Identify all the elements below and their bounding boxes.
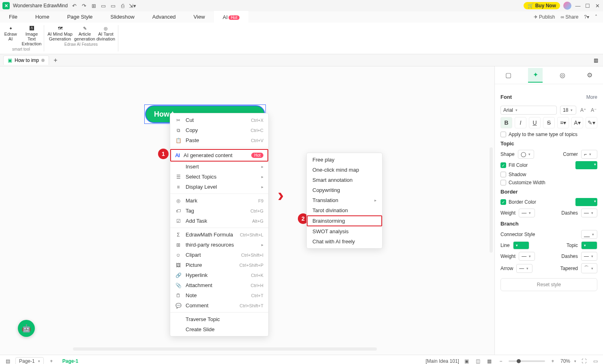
user-avatar-icon[interactable] — [563, 2, 571, 10]
smi-swot[interactable]: SWOT analysis — [307, 226, 382, 236]
tool-article-generation[interactable]: ✎Article generation — [74, 24, 95, 41]
ctx-hyperlink[interactable]: 🔗HyperlinkCtrl+K — [170, 270, 268, 280]
zoom-dropdown-icon[interactable]: ▾ — [574, 359, 576, 363]
tool-edraw-ai[interactable]: ✦Edraw AI — [0, 24, 21, 46]
ctx-mark[interactable]: ◎MarkF9 — [170, 196, 268, 206]
buy-now-button[interactable]: 🛒 Buy Now — [524, 2, 560, 9]
ctx-picture[interactable]: 🖼PictureCtrl+Shift+P — [170, 260, 268, 270]
ctx-tag[interactable]: 🏷TagCtrl+G — [170, 206, 268, 216]
tapered-select[interactable]: ⌒▾ — [581, 263, 597, 273]
smi-one-click-mindmap[interactable]: One-click mind map — [307, 165, 382, 175]
tab-slideshow[interactable]: Slideshow — [102, 11, 143, 23]
tab-advanced[interactable]: Advanced — [143, 11, 185, 23]
new-icon[interactable]: ⊞ — [90, 2, 97, 9]
arrow-select[interactable]: —▾ — [516, 264, 532, 273]
underline-button[interactable]: U — [529, 117, 541, 128]
panel-tab-layout-icon[interactable]: ◎ — [555, 68, 570, 83]
tab-file[interactable]: File — [0, 11, 26, 23]
ctx-traverse-topic[interactable]: Traverse Topic — [170, 314, 268, 324]
share-button[interactable]: ∞ Share — [560, 14, 578, 20]
apply-same-checkbox[interactable] — [500, 132, 506, 137]
ctx-note[interactable]: 🗒NoteCtrl+T — [170, 290, 268, 300]
ctx-insert[interactable]: Insert▸ — [170, 162, 268, 172]
open-icon[interactable]: ▭ — [100, 2, 107, 9]
ctx-comment[interactable]: 💬CommentCtrl+Shift+T — [170, 300, 268, 311]
branch-weight-select[interactable]: —▾ — [519, 252, 535, 261]
sb-icon-3[interactable]: ▦ — [486, 358, 493, 364]
tab-ai[interactable]: AIHot — [214, 11, 249, 23]
font-more-link[interactable]: More — [586, 94, 597, 100]
ctx-third-party[interactable]: ⊞third-party resources▸ — [170, 240, 268, 250]
corner-select[interactable]: ⌐▾ — [581, 150, 597, 159]
ctx-cut[interactable]: ✂CutCtrl+X — [170, 115, 268, 125]
fullscreen-icon[interactable]: ▭ — [592, 358, 599, 364]
ctx-display-level[interactable]: ≡Display Level▸ — [170, 182, 268, 192]
zoom-in-button[interactable]: + — [549, 358, 556, 364]
document-tab-1[interactable]: ▣ How to imp — [3, 55, 49, 65]
print-icon[interactable]: ⎙ — [120, 2, 126, 9]
sb-icon-1[interactable]: ▣ — [463, 358, 470, 364]
shape-select[interactable]: ◯▾ — [518, 150, 534, 159]
shadow-checkbox[interactable] — [500, 172, 506, 177]
bold-button[interactable]: B — [500, 117, 512, 128]
highlight-button[interactable]: ✎▾ — [586, 117, 597, 128]
ctx-create-slide[interactable]: Create Slide — [170, 324, 268, 334]
page-select[interactable]: Page-1▾ — [15, 357, 44, 364]
ctx-paste[interactable]: 📋PasteCtrl+V — [170, 135, 268, 145]
branch-topic-color-swatch[interactable]: ▾ — [581, 241, 597, 249]
panel-tab-style-icon[interactable]: ✦ — [528, 68, 543, 83]
ctx-clipart[interactable]: ☺ClipartCtrl+Shift+I — [170, 250, 268, 260]
add-tab-button[interactable]: + — [51, 56, 60, 64]
ctx-copy[interactable]: ⧉CopyCtrl+C — [170, 125, 268, 135]
tab-view[interactable]: View — [185, 11, 214, 23]
border-color-checkbox[interactable]: ✓ — [500, 199, 506, 205]
tool-ai-mindmap[interactable]: 🗺AI Mind Map Generation — [46, 24, 74, 41]
font-color-button[interactable]: A▾ — [571, 117, 583, 128]
redo-icon[interactable]: ↷ — [81, 2, 87, 9]
publish-button[interactable]: ✈ Publish — [534, 14, 555, 20]
italic-button[interactable]: I — [515, 117, 526, 128]
font-size-select[interactable]: 18▾ — [560, 106, 576, 115]
ctx-edrawmath[interactable]: ΣEdrawMath FormulaCtrl+Shift+L — [170, 230, 268, 240]
align-button[interactable]: ≡▾ — [557, 117, 569, 128]
zoom-slider[interactable] — [509, 360, 545, 362]
smi-smart-annotation[interactable]: Smart annotation — [307, 175, 382, 185]
fill-color-swatch[interactable]: ▾ — [575, 161, 597, 169]
customize-width-checkbox[interactable] — [500, 180, 506, 185]
smi-free-play[interactable]: Free play — [307, 155, 382, 165]
save-icon[interactable]: ▭ — [110, 2, 116, 9]
tab-page-style[interactable]: Page Style — [58, 11, 102, 23]
smi-brainstorming[interactable]: Brainstorming — [307, 215, 382, 226]
window-maximize-icon[interactable]: ☐ — [584, 2, 591, 9]
smi-translation[interactable]: Translation▸ — [307, 195, 382, 205]
outline-view-icon[interactable]: ▤ — [4, 358, 11, 364]
strikethrough-button[interactable]: S — [543, 117, 555, 128]
panel-tab-topic-icon[interactable]: ▢ — [501, 68, 515, 83]
undo-icon[interactable]: ↶ — [71, 2, 77, 9]
export-icon[interactable]: ⇲▾ — [129, 2, 136, 9]
window-close-icon[interactable]: ✕ — [594, 2, 601, 9]
fill-color-checkbox[interactable]: ✓ — [500, 162, 506, 168]
font-increase-icon[interactable]: A⁺ — [579, 106, 587, 114]
smi-copywriting[interactable]: Copywriting — [307, 185, 382, 195]
border-color-swatch[interactable]: ▾ — [575, 198, 597, 206]
tool-image-text-extraction[interactable]: 🅰Image Text Extraction — [21, 24, 42, 46]
border-dashes-select[interactable]: —▾ — [581, 209, 597, 217]
font-family-select[interactable]: Arial▾ — [500, 106, 557, 115]
ctx-attachment[interactable]: 📎AttachmentCtrl+H — [170, 280, 268, 290]
zoom-out-button[interactable]: − — [497, 358, 505, 364]
tool-ai-tarot[interactable]: ◎AI Tarot divination — [95, 24, 116, 41]
vertical-scrollbar[interactable] — [490, 147, 493, 253]
font-decrease-icon[interactable]: A⁻ — [590, 106, 597, 114]
smi-tarot[interactable]: Tarot divination — [307, 205, 382, 215]
ctx-add-task[interactable]: ☑Add TaskAlt+G — [170, 216, 268, 226]
fit-screen-icon[interactable]: ⛶ — [580, 358, 588, 364]
horizontal-scrollbar[interactable] — [73, 347, 377, 351]
reset-style-button[interactable]: Reset style — [500, 278, 597, 291]
branch-dashes-select[interactable]: —▾ — [581, 252, 597, 261]
connector-style-select[interactable]: ⎯⎯▾ — [581, 230, 597, 239]
sb-icon-2[interactable]: ◫ — [475, 358, 482, 364]
ai-assistant-fab[interactable]: 🤖 — [18, 320, 35, 337]
page-tab-active[interactable]: Page-1 — [59, 358, 81, 364]
window-minimize-icon[interactable]: — — [575, 2, 581, 9]
